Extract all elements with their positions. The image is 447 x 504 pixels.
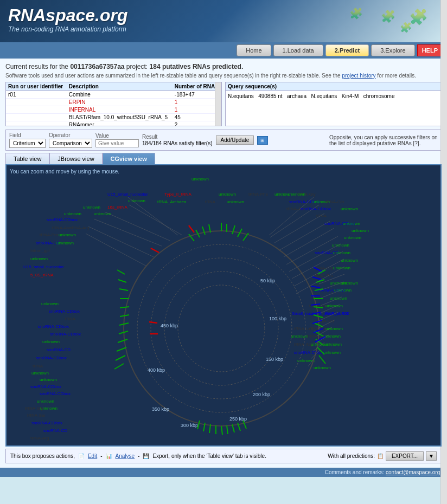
header: RNAspace.org The non-coding RNA annotati… [0, 0, 447, 42]
table-row: r01 Combine -183+47 [6, 91, 221, 99]
svg-text:450 kbp: 450 kbp [161, 323, 178, 328]
svg-line-69 [129, 205, 182, 235]
circular-map-container[interactable]: U15_small_nucleolar unknown 16s_rRNA unk… [10, 177, 433, 442]
svg-line-81 [292, 251, 343, 279]
svg-point-3 [164, 272, 278, 385]
filter-result: 184/184 RNAs satisfy filter(s) [142, 140, 213, 146]
svg-line-93 [313, 343, 324, 351]
field-label: Field [9, 132, 46, 138]
table-row: INFERNAL 1 [6, 106, 221, 114]
svg-text:100 kbp: 100 kbp [269, 316, 286, 321]
svg-line-45 [119, 289, 128, 290]
svg-line-47 [120, 307, 129, 308]
left-table: Run or user identifier Description Numbe… [5, 82, 222, 126]
svg-line-16 [232, 225, 235, 234]
filter-right-description: Opposite, you can apply successive filte… [329, 134, 438, 146]
svg-line-86 [321, 289, 343, 298]
svg-line-39 [311, 312, 321, 314]
svg-text:50 kbp: 50 kbp [260, 278, 275, 283]
export-dropdown[interactable]: ▼ [426, 451, 437, 461]
svg-point-0 [124, 231, 319, 426]
bottom-bar: This box proposes actions, 📄 Edit - 📊 An… [5, 449, 442, 463]
home-button[interactable]: Home [237, 44, 271, 56]
analyse-link[interactable]: Analyse [116, 453, 135, 459]
svg-text:350 kbp: 350 kbp [152, 406, 169, 412]
svg-line-64 [227, 425, 228, 434]
tables-row: Run or user identifier Description Numbe… [5, 82, 442, 126]
export-icon-small: 💾 [143, 453, 149, 459]
svg-line-67 [243, 421, 246, 429]
svg-line-68 [128, 197, 178, 235]
svg-line-34 [314, 267, 322, 272]
svg-line-38 [311, 304, 320, 305]
bottom-bar-text: This box proposes actions, [10, 453, 75, 459]
query-organism1: N.equitans [228, 93, 254, 99]
svg-line-77 [280, 221, 330, 250]
svg-line-53 [116, 356, 125, 360]
edit-icon: 📄 [78, 453, 85, 459]
load-data-button[interactable]: 1.Load data [273, 44, 323, 56]
svg-line-88 [320, 305, 340, 313]
svg-line-84 [319, 274, 344, 284]
result-title: Current results for the 0011736a67357aa … [5, 63, 442, 70]
filter-bar: Field Criterium Operator Comparison Valu… [5, 130, 442, 151]
footer: Comments and remarks: contact@maspace.or… [0, 468, 447, 477]
svg-line-59 [221, 426, 222, 435]
svg-text:300 kbp: 300 kbp [181, 423, 198, 428]
edit-link[interactable]: Edit [88, 453, 97, 459]
svg-line-94 [311, 350, 320, 359]
col-description: Description [67, 82, 173, 91]
svg-line-51 [118, 339, 127, 343]
result-subtitle: Software tools used and user actions are… [5, 73, 442, 79]
svg-text:150 kbp: 150 kbp [266, 357, 283, 362]
analyse-icon: 📊 [106, 453, 112, 459]
circular-diagram: 50 kbp 100 kbp 150 kbp 200 kbp 250 kbp 3… [10, 177, 433, 442]
svg-line-54 [114, 364, 124, 369]
svg-line-89 [319, 312, 338, 321]
main-content: Current results for the 0011736a67357aa … [0, 59, 447, 468]
svg-line-20 [202, 227, 205, 235]
contact-link[interactable]: contact@maspace.org [386, 469, 440, 475]
bottom-bar-right: With all predictions: 📋 EXPORT... ▼ [328, 451, 437, 461]
site-title: RNAspace.org [8, 5, 128, 25]
table-row: BLAST/Rfam_10.0_withoutSSU_rRNA_5 45 [6, 114, 221, 121]
nav-bar: Home 1.Load data 2.Predict 3.Explore HEL… [0, 42, 447, 59]
value-input[interactable] [95, 139, 139, 147]
help-button[interactable]: HELP [417, 44, 443, 56]
view-tabs: Table view JBrowse view CGview view [5, 153, 442, 164]
query-organism2: N.equitans [311, 93, 337, 99]
explore-button[interactable]: 3.Explore [371, 44, 414, 56]
svg-line-27 [314, 307, 323, 308]
operator-select[interactable]: Comparison [49, 139, 92, 148]
tab-cgview-view[interactable]: CGview view [103, 153, 155, 164]
svg-line-32 [317, 347, 324, 354]
query-nt-count: 490885 nt [258, 93, 283, 99]
predict-button[interactable]: 2.Predict [325, 44, 369, 56]
svg-point-1 [137, 244, 305, 412]
query-domain: archaea [287, 93, 306, 99]
left-table-scrollbar[interactable] [215, 82, 221, 126]
cgview-area: You can zoom and move by using the mouse… [5, 164, 442, 447]
tab-table-view[interactable]: Table view [5, 153, 49, 164]
project-history-link[interactable]: project history [342, 73, 375, 79]
svg-line-42 [315, 337, 325, 342]
svg-line-87 [321, 297, 342, 306]
query-chromosome: chromosome [363, 93, 395, 99]
svg-line-33 [319, 356, 325, 364]
col-run-id: Run or user identifier [6, 82, 67, 91]
with-all-predictions: With all predictions: [328, 453, 375, 459]
export-button[interactable]: EXPORT... [386, 451, 424, 461]
footer-text: Comments and remarks: contact@maspace.or… [325, 469, 442, 475]
filter-icon[interactable]: ⊞ [257, 136, 268, 145]
export-note: Export, only when the 'Table view' tab i… [152, 453, 266, 459]
field-select[interactable]: Criterium [9, 139, 46, 148]
svg-line-44 [118, 280, 126, 282]
tab-jbrowse-view[interactable]: JBrowse view [49, 153, 102, 164]
svg-line-35 [312, 277, 321, 280]
query-sequences-header: Query sequence(s) [226, 82, 441, 91]
right-table: Query sequence(s) N.equitans 490885 nt a… [225, 82, 442, 126]
svg-line-92 [315, 335, 329, 344]
svg-line-85 [320, 282, 344, 290]
add-update-button[interactable]: Add/Update [216, 135, 254, 145]
svg-line-55 [189, 225, 194, 232]
